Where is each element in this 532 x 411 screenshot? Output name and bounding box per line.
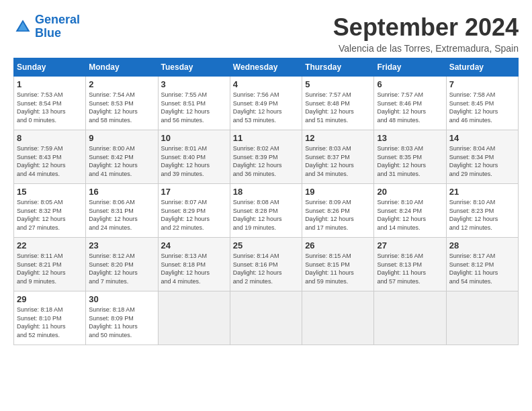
header-friday: Friday <box>374 58 446 77</box>
header-wednesday: Wednesday <box>230 58 302 77</box>
week-row-2: 8Sunrise: 7:59 AMSunset: 8:43 PMDaylight… <box>14 130 519 184</box>
table-row: 5Sunrise: 7:57 AMSunset: 8:48 PMDaylight… <box>302 77 374 130</box>
table-row: 3Sunrise: 7:55 AMSunset: 8:51 PMDaylight… <box>158 77 230 130</box>
table-row: 30Sunrise: 8:18 AMSunset: 8:09 PMDayligh… <box>86 291 158 345</box>
logo-icon <box>13 17 32 36</box>
header-sunday: Sunday <box>14 58 86 77</box>
table-row: 16Sunrise: 8:06 AMSunset: 8:31 PMDayligh… <box>86 184 158 238</box>
table-row: 9Sunrise: 8:00 AMSunset: 8:42 PMDaylight… <box>86 130 158 184</box>
week-row-5: 29Sunrise: 8:18 AMSunset: 8:10 PMDayligh… <box>14 291 519 345</box>
table-row: 20Sunrise: 8:10 AMSunset: 8:24 PMDayligh… <box>374 184 446 238</box>
week-row-3: 15Sunrise: 8:05 AMSunset: 8:32 PMDayligh… <box>14 184 519 238</box>
table-row: 28Sunrise: 8:17 AMSunset: 8:12 PMDayligh… <box>446 238 518 291</box>
table-row: 27Sunrise: 8:16 AMSunset: 8:13 PMDayligh… <box>374 238 446 291</box>
table-row: 13Sunrise: 8:03 AMSunset: 8:35 PMDayligh… <box>374 130 446 184</box>
week-row-4: 22Sunrise: 8:11 AMSunset: 8:21 PMDayligh… <box>14 238 519 291</box>
table-row <box>446 291 518 345</box>
table-row: 26Sunrise: 8:15 AMSunset: 8:15 PMDayligh… <box>302 238 374 291</box>
table-row: 24Sunrise: 8:13 AMSunset: 8:18 PMDayligh… <box>158 238 230 291</box>
header-tuesday: Tuesday <box>158 58 230 77</box>
table-row: 21Sunrise: 8:10 AMSunset: 8:23 PMDayligh… <box>446 184 518 238</box>
table-row: 29Sunrise: 8:18 AMSunset: 8:10 PMDayligh… <box>14 291 86 345</box>
table-row <box>230 291 302 345</box>
header-thursday: Thursday <box>302 58 374 77</box>
table-row: 22Sunrise: 8:11 AMSunset: 8:21 PMDayligh… <box>14 238 86 291</box>
table-row <box>374 291 446 345</box>
table-row: 12Sunrise: 8:03 AMSunset: 8:37 PMDayligh… <box>302 130 374 184</box>
table-row <box>158 291 230 345</box>
calendar-title: September 2024 <box>333 13 519 42</box>
table-row: 23Sunrise: 8:12 AMSunset: 8:20 PMDayligh… <box>86 238 158 291</box>
title-area: September 2024 Valencia de las Torres, E… <box>333 13 519 54</box>
logo-text: General Blue <box>35 13 80 40</box>
calendar-table: Sunday Monday Tuesday Wednesday Thursday… <box>13 58 519 345</box>
table-row: 1Sunrise: 7:53 AMSunset: 8:54 PMDaylight… <box>14 77 86 130</box>
table-row: 8Sunrise: 7:59 AMSunset: 8:43 PMDaylight… <box>14 130 86 184</box>
logo: General Blue <box>13 13 80 40</box>
table-row: 2Sunrise: 7:54 AMSunset: 8:53 PMDaylight… <box>86 77 158 130</box>
table-row: 25Sunrise: 8:14 AMSunset: 8:16 PMDayligh… <box>230 238 302 291</box>
table-row: 6Sunrise: 7:57 AMSunset: 8:46 PMDaylight… <box>374 77 446 130</box>
table-row: 18Sunrise: 8:08 AMSunset: 8:28 PMDayligh… <box>230 184 302 238</box>
header: General Blue September 2024 Valencia de … <box>13 13 519 54</box>
header-monday: Monday <box>86 58 158 77</box>
table-row: 11Sunrise: 8:02 AMSunset: 8:39 PMDayligh… <box>230 130 302 184</box>
table-row: 17Sunrise: 8:07 AMSunset: 8:29 PMDayligh… <box>158 184 230 238</box>
table-row: 19Sunrise: 8:09 AMSunset: 8:26 PMDayligh… <box>302 184 374 238</box>
table-row: 7Sunrise: 7:58 AMSunset: 8:45 PMDaylight… <box>446 77 518 130</box>
table-row: 4Sunrise: 7:56 AMSunset: 8:49 PMDaylight… <box>230 77 302 130</box>
calendar-subtitle: Valencia de las Torres, Extremadura, Spa… <box>333 43 519 54</box>
table-row: 14Sunrise: 8:04 AMSunset: 8:34 PMDayligh… <box>446 130 518 184</box>
header-saturday: Saturday <box>446 58 518 77</box>
week-row-1: 1Sunrise: 7:53 AMSunset: 8:54 PMDaylight… <box>14 77 519 130</box>
table-row: 10Sunrise: 8:01 AMSunset: 8:40 PMDayligh… <box>158 130 230 184</box>
table-row: 15Sunrise: 8:05 AMSunset: 8:32 PMDayligh… <box>14 184 86 238</box>
table-row <box>302 291 374 345</box>
weekday-header-row: Sunday Monday Tuesday Wednesday Thursday… <box>14 58 519 77</box>
